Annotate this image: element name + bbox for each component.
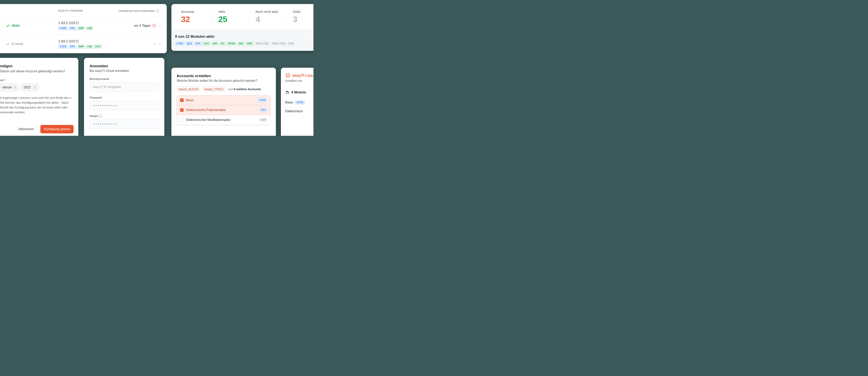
- warning-icon: [152, 24, 156, 28]
- license-item: BasisCORE: [285, 98, 313, 107]
- stat-label: Gekü: [293, 10, 314, 14]
- seal-check-icon: [285, 73, 290, 78]
- confirm-cancel-button[interactable]: Kündigung planen: [40, 125, 73, 133]
- badge-core: CORE: [295, 100, 305, 104]
- cancel-subtitle: Datum soll dieser Account gekündigt werd…: [0, 69, 73, 73]
- license-modules-heading: 4 Module: [285, 90, 313, 94]
- password-input[interactable]: [90, 101, 159, 110]
- badge-core: CORE: [58, 44, 68, 49]
- package-icon: [285, 90, 289, 94]
- month-picker[interactable]: ebruar: [0, 83, 19, 91]
- license-heading: easyTI Lize: [285, 73, 313, 78]
- cancel-note: d zugehörige Lizenzen sind noch bis zum …: [0, 95, 73, 115]
- version-header: EASYTI VERSION LIZENZAKTUALISIERUNG: [0, 4, 167, 17]
- version-list-card: EASYTI VERSION LIZENZAKTUALISIERUNG Akti…: [0, 4, 167, 53]
- create-subtitle: Welche Module sollen für die Accounts ge…: [177, 79, 271, 83]
- modules-badges: COREQESEPAEAUKIMEIZNFDMEBZEMPEREZ-CREERE…: [175, 41, 295, 45]
- check-icon: [6, 42, 10, 46]
- info-icon[interactable]: [156, 9, 159, 12]
- chevron-right-icon[interactable]: [158, 24, 162, 28]
- version-row-active[interactable]: Aktiv 1.83.2 (2317) COREEPAEMPKIM vor 4 …: [0, 17, 167, 35]
- stat-gekü: Gekü3: [287, 10, 314, 23]
- cancel-title: ndigen: [0, 64, 73, 68]
- module-list: BasisCOREElektronische PatientenakteEPAE…: [177, 95, 271, 125]
- license-updated: vor 4 Tagen: [119, 24, 156, 28]
- version-string: 1.83.2 (2317): [58, 39, 119, 43]
- info-icon[interactable]: [99, 115, 102, 118]
- cancel-button[interactable]: Abbrechen: [15, 125, 38, 133]
- stat-accounts: Accounts32: [175, 10, 212, 23]
- account-chip[interactable]: easyti_313120: [177, 86, 200, 92]
- badge-erez-cre: EREZ-CRE: [255, 41, 270, 45]
- checkbox[interactable]: [180, 118, 184, 122]
- module-row[interactable]: Elektronische PatientenakteEPA: [177, 105, 271, 115]
- version-badges-1: COREEPAEMPKIMEAU: [58, 44, 119, 49]
- module-label: Basis: [186, 98, 255, 102]
- module-row[interactable]: Elektronischer MedikationsplanEMP: [177, 115, 271, 125]
- license-item: Elektronisch: [285, 107, 313, 116]
- date-field-label: um*: [0, 78, 73, 82]
- badge-epa: EPA: [69, 44, 76, 49]
- badge-eab: EAB: [287, 41, 295, 45]
- username-label: Benutzername: [90, 77, 159, 81]
- modules-button[interactable]: Mo: [311, 35, 313, 42]
- stat-label: Noch nicht aktiv: [255, 10, 281, 14]
- stat-value: 3: [293, 15, 314, 23]
- badge-ebz: EBZ: [237, 41, 245, 45]
- badge-eau: EAU: [203, 41, 210, 45]
- col-license: LIZENZAKTUALISIERUNG: [119, 9, 159, 12]
- badge-nfdm: NFDM: [227, 41, 237, 45]
- year-picker[interactable]: 2022: [21, 83, 39, 91]
- stat-label: Aktiv: [218, 10, 244, 14]
- badge-eiz: EIZ: [219, 41, 226, 45]
- accounts-stats-card: Accounts32Aktiv25Noch nicht aktiv4Gekü3 …: [172, 4, 313, 51]
- password-label: Passwort: [90, 96, 159, 99]
- version-string: 1.83.2 (2317): [58, 21, 119, 25]
- version-row-created[interactable]: Erstellt 1.83.2 (2317) COREEPAEMPKIMEAU …: [0, 35, 167, 53]
- account-chips: easyti_313120easyti_737811und 6 weitere …: [177, 86, 271, 92]
- col-version: EASYTI VERSION: [58, 9, 119, 12]
- badge-epa: EPA: [260, 108, 267, 112]
- realm-input[interactable]: [90, 119, 159, 129]
- stats-row: Accounts32Aktiv25Noch nicht aktiv4Gekü3: [172, 4, 313, 29]
- version-badges-0: COREEPAEMPKIM: [58, 26, 119, 30]
- create-accounts-card: Accounts erstellen Welche Module sollen …: [172, 68, 276, 136]
- badge-epa: EPA: [69, 26, 76, 30]
- module-label: Elektronische Patientenakte: [186, 108, 257, 112]
- check-icon: [6, 24, 10, 28]
- checkbox[interactable]: [180, 108, 184, 112]
- stat-value: 25: [218, 15, 244, 23]
- stat-noch-nicht-aktiv: Noch nicht aktiv4: [250, 10, 287, 23]
- badge-emp: EMP: [78, 26, 85, 30]
- login-title: Anmelden: [90, 64, 159, 68]
- badge-core: CORE: [58, 26, 68, 30]
- stat-value: 4: [255, 15, 281, 23]
- badge-emp: EMP: [246, 41, 254, 45]
- badge-eau: EAU: [94, 44, 102, 49]
- realm-label: Realm: [90, 114, 159, 118]
- username-input[interactable]: [90, 82, 159, 92]
- badge-erez-con: EREZ-CON: [271, 41, 286, 45]
- cancel-account-card: ndigen Datum soll dieser Account gekündi…: [0, 58, 79, 136]
- stat-aktiv: Aktiv25: [212, 10, 250, 23]
- modules-active-headline: 9 von 12 Modulen aktiv: [175, 35, 295, 39]
- badge-core: CORE: [175, 41, 185, 45]
- status-active: Aktiv: [6, 24, 58, 28]
- badge-core: CORE: [257, 98, 267, 102]
- license-items: BasisCOREElektronisch: [285, 98, 313, 116]
- license-updated: –: [119, 42, 156, 46]
- account-chip[interactable]: easyti_737811: [202, 86, 226, 92]
- chevron-right-icon[interactable]: [158, 42, 162, 46]
- module-row[interactable]: BasisCORE: [177, 95, 271, 105]
- badge-kim: KIM: [86, 44, 93, 49]
- license-card: easyTI Lize installiert am 4 Module Basi…: [281, 68, 313, 136]
- badge-emp: EMP: [78, 44, 85, 49]
- login-card: Anmelden Bei easyTI Cloud anmelden Benut…: [84, 58, 164, 136]
- stat-label: Accounts: [181, 10, 206, 14]
- module-label: Elektronischer Medikationsplan: [186, 118, 257, 122]
- stat-value: 32: [181, 15, 206, 23]
- badge-epa: EPA: [194, 41, 202, 45]
- checkbox[interactable]: [180, 98, 184, 102]
- and-more-accounts: und 6 weitere Accounts: [228, 87, 261, 91]
- badge-qes: QES: [186, 41, 193, 45]
